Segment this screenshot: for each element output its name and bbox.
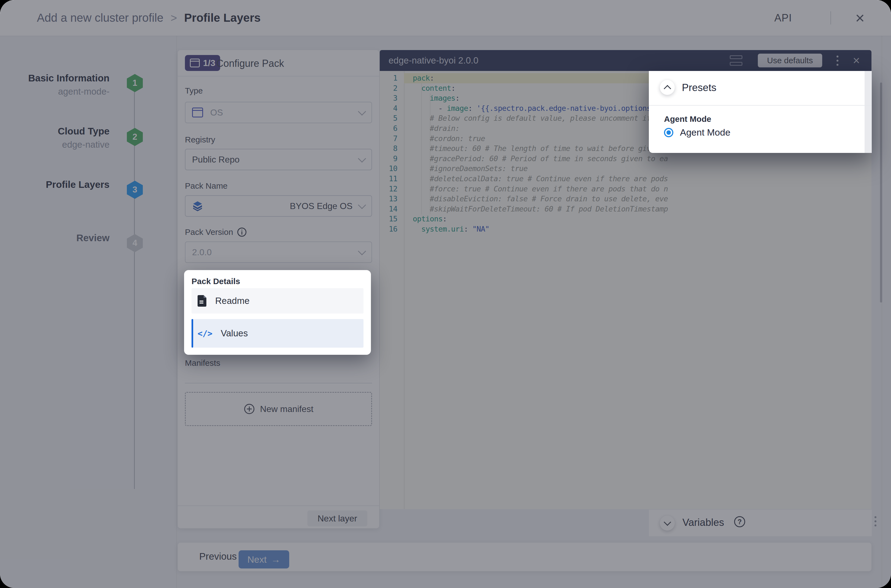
presets-title: Presets xyxy=(682,82,716,93)
presets-scroll-track[interactable] xyxy=(865,71,872,153)
presets-collapse-button[interactable] xyxy=(660,80,675,95)
document-icon xyxy=(198,295,207,307)
pack-details-item-label: Readme xyxy=(215,296,249,306)
radio-label: Agent Mode xyxy=(680,127,730,138)
pack-details-item-values[interactable]: </>Values xyxy=(192,319,364,348)
presets-panel: Presets Agent Mode Agent Mode xyxy=(649,71,872,153)
pack-details-item-label: Values xyxy=(221,328,248,339)
code-icon: </> xyxy=(198,328,212,338)
chevron-up-icon xyxy=(664,85,671,92)
preset-group-label: Agent Mode xyxy=(664,114,711,124)
app-window: Add a new cluster profile > Profile Laye… xyxy=(0,0,891,588)
selected-indicator-bar xyxy=(192,319,193,348)
presets-divider xyxy=(649,105,872,106)
radio-button[interactable] xyxy=(664,128,673,137)
pack-details-item-readme[interactable]: Readme xyxy=(192,288,364,314)
pack-details-title: Pack Details xyxy=(192,277,240,286)
preset-option-agent-mode[interactable]: Agent Mode xyxy=(664,127,730,138)
pack-details-popup: Pack Details Readme</>Values xyxy=(184,270,371,355)
